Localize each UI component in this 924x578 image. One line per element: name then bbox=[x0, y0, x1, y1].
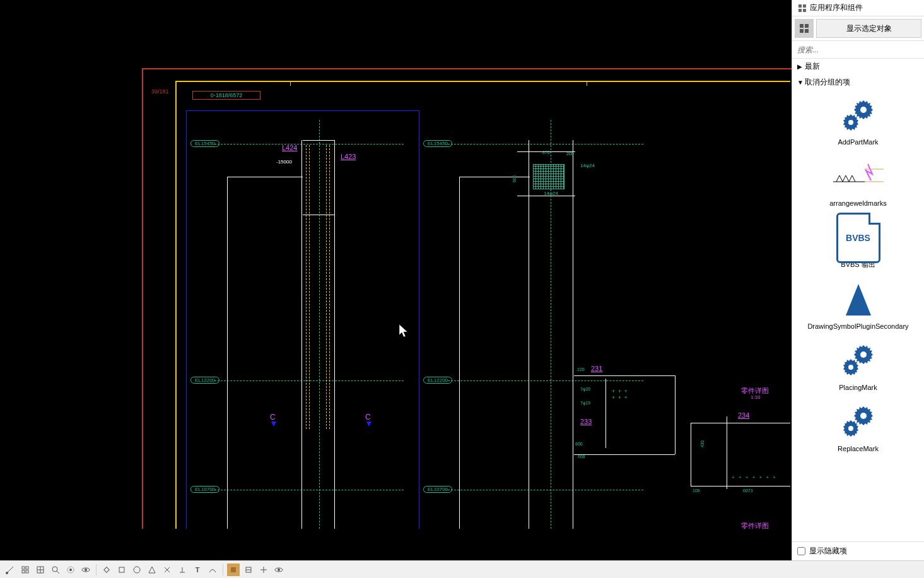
dim-109: 109 bbox=[693, 488, 700, 493]
document-icon: BVBS bbox=[833, 218, 884, 258]
svg-rect-35 bbox=[104, 567, 109, 572]
svg-rect-7 bbox=[805, 29, 809, 33]
panel-header: 应用程序和组件 bbox=[792, 0, 924, 16]
panel-toolbar: 显示选定对象 bbox=[792, 16, 924, 41]
tree-ungrouped-label: 取消分组的项 bbox=[805, 77, 850, 88]
show-hidden-checkbox[interactable] bbox=[797, 547, 805, 555]
dim-200-top: 200 bbox=[566, 151, 574, 156]
dim-220: 220 bbox=[577, 367, 585, 372]
dim-668: 668 bbox=[578, 454, 585, 459]
component-drawingsymbol[interactable]: DrawingSymbolPluginSecondary bbox=[797, 280, 919, 331]
svg-rect-1 bbox=[803, 4, 806, 8]
svg-rect-25 bbox=[22, 567, 25, 569]
svg-point-34 bbox=[85, 569, 87, 571]
svg-rect-0 bbox=[798, 4, 802, 8]
snap-outline-icon[interactable] bbox=[242, 563, 255, 576]
bottom-toolbar: T bbox=[0, 560, 924, 578]
snap-square-icon[interactable] bbox=[115, 563, 128, 576]
snap-node-icon[interactable] bbox=[100, 563, 113, 576]
search-box bbox=[792, 41, 924, 59]
svg-point-9 bbox=[860, 107, 867, 113]
bolt-note-1: 14φ24 bbox=[580, 163, 595, 168]
component-bvbs[interactable]: BVBS BVBS 输出 bbox=[797, 218, 919, 269]
detail-233: 233 bbox=[580, 418, 592, 425]
snap-text-icon[interactable]: T bbox=[191, 563, 204, 576]
svg-line-23 bbox=[7, 567, 13, 573]
snap-circle-icon[interactable] bbox=[131, 563, 143, 576]
svg-rect-40 bbox=[231, 567, 236, 572]
component-arrangeweldmarks[interactable]: arrangeweldmarks bbox=[797, 156, 919, 208]
snap-grid2-icon[interactable] bbox=[34, 563, 47, 576]
svg-point-29 bbox=[52, 567, 57, 572]
cursor-icon bbox=[399, 324, 410, 341]
section-marker-c-right: C bbox=[365, 413, 371, 422]
svg-rect-3 bbox=[803, 9, 806, 12]
svg-point-18 bbox=[848, 365, 853, 370]
section-marker-c-left: C bbox=[270, 413, 276, 422]
snap-triangle-icon[interactable] bbox=[146, 563, 158, 576]
triangle-icon bbox=[833, 280, 884, 320]
svg-rect-28 bbox=[26, 570, 28, 573]
chevron-down-icon: ▼ bbox=[797, 79, 804, 86]
tree-recent[interactable]: ▶ 最新 bbox=[792, 59, 924, 74]
bolt-note-3: 7φ20 bbox=[580, 387, 590, 391]
svg-point-16 bbox=[860, 351, 867, 358]
show-selected-button[interactable]: 显示选定对象 bbox=[816, 19, 921, 38]
svg-rect-4 bbox=[800, 24, 804, 28]
search-input[interactable] bbox=[797, 44, 919, 56]
tree-ungrouped[interactable]: ▼ 取消分组的项 bbox=[792, 74, 924, 90]
gear-icon bbox=[833, 341, 884, 381]
beam-label-l424: L424 bbox=[282, 144, 297, 151]
component-label: AddPartMark bbox=[838, 138, 878, 146]
parts-detail-title-2: 零件详图 bbox=[741, 521, 769, 531]
dim-800: 800 bbox=[575, 442, 583, 446]
panel-title: 应用程序和组件 bbox=[810, 3, 863, 13]
snap-fill-icon[interactable] bbox=[227, 563, 240, 576]
elev-minus15000: -15000 bbox=[276, 159, 292, 165]
dim-900: 900 bbox=[512, 175, 517, 183]
grid-view-toggle[interactable] bbox=[795, 19, 814, 38]
svg-rect-27 bbox=[22, 570, 25, 573]
snap-curve-icon[interactable] bbox=[206, 563, 219, 576]
dim-6073: 6073 bbox=[743, 488, 753, 493]
tree-recent-label: 最新 bbox=[805, 61, 820, 72]
component-replacemark[interactable]: ReplaceMark bbox=[797, 402, 919, 453]
drawing-canvas[interactable]: 0-1818/6572 39/181 EL15450 EL12200 EL107… bbox=[0, 0, 792, 560]
svg-rect-5 bbox=[805, 24, 809, 28]
svg-rect-36 bbox=[119, 567, 124, 572]
snap-grid-icon[interactable] bbox=[19, 563, 32, 576]
component-placingmark[interactable]: PlacingMark bbox=[797, 341, 919, 392]
dim-430: 430 bbox=[700, 440, 705, 448]
chevron-right-icon: ▶ bbox=[797, 63, 804, 70]
component-label: DrawingSymbolPluginSecondary bbox=[807, 322, 908, 331]
component-addpartmark[interactable]: AddPartMark bbox=[797, 95, 919, 146]
gear-icon bbox=[833, 95, 884, 136]
svg-line-30 bbox=[57, 571, 59, 574]
parts-detail-scale: 1:10 bbox=[751, 394, 761, 400]
component-list: AddPartMark arrangeweldmarks BVBS BVBS 输… bbox=[792, 90, 924, 541]
svg-point-20 bbox=[860, 413, 867, 419]
gear-icon bbox=[833, 402, 884, 442]
snap-endpoint-icon[interactable] bbox=[4, 563, 16, 576]
component-label: PlacingMark bbox=[839, 384, 877, 392]
svg-point-31 bbox=[69, 569, 72, 571]
drawing-title-badge: 0-1818/6572 bbox=[192, 91, 260, 100]
svg-point-37 bbox=[134, 567, 140, 573]
side-panel: 应用程序和组件 显示选定对象 ▶ 最新 ▼ 取消分组的项 bbox=[792, 0, 924, 560]
bolt-note-4: 7φ19 bbox=[580, 401, 590, 405]
bvbs-text: BVBS bbox=[846, 233, 870, 243]
svg-point-22 bbox=[848, 426, 853, 431]
snap-visibility-icon[interactable] bbox=[79, 563, 92, 576]
sidebar-dim-label: 39/181 bbox=[151, 88, 169, 95]
apps-icon bbox=[797, 3, 807, 13]
dim-870: 870 bbox=[542, 150, 550, 155]
snap-target-icon[interactable] bbox=[64, 563, 77, 576]
bolt-note-2: 14φ24 bbox=[544, 191, 558, 196]
snap-zoom-icon[interactable] bbox=[49, 563, 62, 576]
component-label: arrangeweldmarks bbox=[829, 199, 886, 208]
snap-cross-icon[interactable] bbox=[161, 563, 173, 576]
show-hidden-row: 显示隐藏项 bbox=[792, 541, 924, 560]
snap-eye-icon[interactable] bbox=[272, 563, 285, 576]
snap-center-icon[interactable] bbox=[257, 563, 270, 576]
snap-perp-icon[interactable] bbox=[176, 563, 189, 576]
